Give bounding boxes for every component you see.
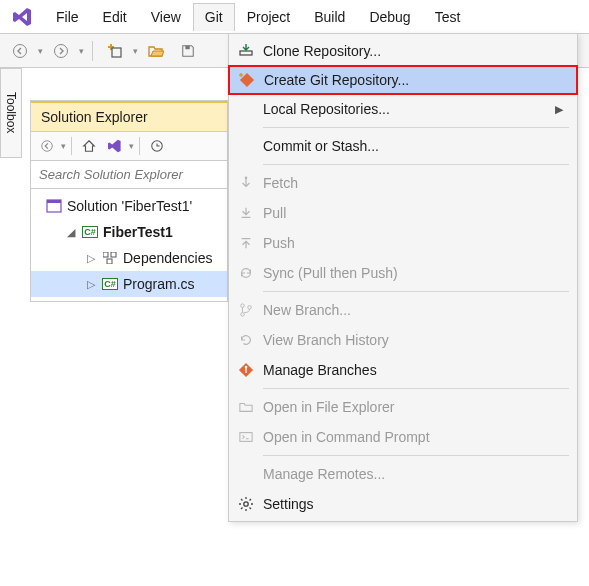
- svg-point-4: [42, 141, 53, 152]
- expander-icon[interactable]: ◢: [65, 226, 77, 239]
- home-icon[interactable]: [77, 135, 101, 157]
- nav-back-icon[interactable]: [35, 135, 59, 157]
- save-button[interactable]: [174, 39, 202, 63]
- svg-rect-2: [112, 48, 121, 57]
- menu-label: Push: [263, 235, 567, 251]
- menu-label: Manage Remotes...: [263, 466, 567, 482]
- menubar-item-git[interactable]: Git: [193, 3, 235, 31]
- solution-tree: Solution 'FiberTest1' ◢ C# FiberTest1 ▷ …: [31, 189, 227, 301]
- tree-dependencies-node[interactable]: ▷ Dependencies: [31, 245, 227, 271]
- panel-title: Solution Explorer: [31, 101, 227, 131]
- nav-back-button[interactable]: [6, 39, 34, 63]
- menu-commit-or-stash[interactable]: Commit or Stash...: [229, 131, 577, 161]
- menu-settings[interactable]: Settings: [229, 489, 577, 519]
- menu-sync: Sync (Pull then Push): [229, 258, 577, 288]
- tree-label: FiberTest1: [103, 224, 173, 240]
- menubar: File Edit View Git Project Build Debug T…: [0, 0, 589, 34]
- menu-separator: [263, 455, 569, 456]
- tree-label: Program.cs: [123, 276, 195, 292]
- solution-explorer-panel: Solution Explorer ▾ ▾ Solution 'FiberTes…: [30, 100, 228, 302]
- svg-rect-9: [111, 252, 116, 257]
- svg-point-20: [244, 502, 248, 506]
- tree-file-node[interactable]: ▷ C# Program.cs: [31, 271, 227, 297]
- menu-clone-repository[interactable]: Clone Repository...: [229, 36, 577, 66]
- create-repo-icon: [230, 72, 264, 88]
- gear-icon: [229, 496, 263, 512]
- menu-separator: [263, 388, 569, 389]
- expander-icon[interactable]: ▷: [85, 278, 97, 291]
- csharp-project-icon: C#: [81, 224, 99, 240]
- svg-point-16: [248, 306, 252, 310]
- menu-push: Push: [229, 228, 577, 258]
- svg-rect-7: [47, 200, 61, 203]
- menubar-item-edit[interactable]: Edit: [91, 3, 139, 31]
- tree-solution-node[interactable]: Solution 'FiberTest1': [31, 193, 227, 219]
- history-icon[interactable]: [145, 135, 169, 157]
- branch-icon: [229, 303, 263, 317]
- new-item-button[interactable]: [101, 39, 129, 63]
- manage-branches-icon: [229, 362, 263, 378]
- tree-label: Solution 'FiberTest1': [67, 198, 192, 214]
- svg-point-14: [241, 304, 245, 308]
- svg-point-18: [245, 366, 248, 369]
- menu-label: Sync (Pull then Push): [263, 265, 567, 281]
- expander-icon[interactable]: ▷: [85, 252, 97, 265]
- svg-point-1: [55, 44, 68, 57]
- menubar-item-test[interactable]: Test: [423, 3, 473, 31]
- git-menu-dropdown: Clone Repository... Create Git Repositor…: [228, 33, 578, 522]
- menu-open-command-prompt: Open in Command Prompt: [229, 422, 577, 452]
- menu-label: Manage Branches: [263, 362, 567, 378]
- menu-label: Create Git Repository...: [264, 72, 566, 88]
- menu-label: Pull: [263, 205, 567, 221]
- submenu-arrow-icon: ▶: [555, 103, 567, 116]
- menubar-item-build[interactable]: Build: [302, 3, 357, 31]
- menu-label: Local Repositories...: [263, 101, 555, 117]
- menu-create-git-repository[interactable]: Create Git Repository...: [229, 66, 577, 94]
- solution-icon: [45, 198, 63, 214]
- menu-separator: [263, 291, 569, 292]
- csharp-file-icon: C#: [101, 276, 119, 292]
- sync-icon: [229, 266, 263, 280]
- pull-icon: [229, 206, 263, 220]
- menu-label: View Branch History: [263, 332, 567, 348]
- menubar-item-view[interactable]: View: [139, 3, 193, 31]
- menu-label: Fetch: [263, 175, 567, 191]
- menu-label: Settings: [263, 496, 567, 512]
- menu-label: Commit or Stash...: [263, 138, 567, 154]
- svg-point-15: [241, 313, 245, 317]
- tree-label: Dependencies: [123, 250, 213, 266]
- menu-view-branch-history: View Branch History: [229, 325, 577, 355]
- menu-fetch: Fetch: [229, 168, 577, 198]
- panel-toolbar: ▾ ▾: [31, 131, 227, 161]
- solution-search-input[interactable]: [39, 167, 219, 182]
- tree-project-node[interactable]: ◢ C# FiberTest1: [31, 219, 227, 245]
- menu-label: New Branch...: [263, 302, 567, 318]
- open-button[interactable]: [142, 39, 170, 63]
- svg-rect-3: [185, 45, 189, 49]
- toolbox-tab[interactable]: Toolbox: [0, 68, 22, 158]
- svg-point-13: [245, 176, 248, 179]
- solution-search: [31, 161, 227, 189]
- vs-logo-icon: [12, 6, 34, 28]
- clone-icon: [229, 43, 263, 59]
- menu-new-branch: New Branch...: [229, 295, 577, 325]
- menu-label: Open in Command Prompt: [263, 429, 567, 445]
- dependencies-icon: [101, 250, 119, 266]
- menu-separator: [263, 164, 569, 165]
- menubar-item-project[interactable]: Project: [235, 3, 303, 31]
- push-icon: [229, 236, 263, 250]
- vs-icon[interactable]: [103, 135, 127, 157]
- menubar-item-file[interactable]: File: [44, 3, 91, 31]
- nav-forward-button[interactable]: [47, 39, 75, 63]
- menu-pull: Pull: [229, 198, 577, 228]
- svg-rect-10: [107, 259, 112, 264]
- menu-label: Clone Repository...: [263, 43, 567, 59]
- menu-manage-branches[interactable]: Manage Branches: [229, 355, 577, 385]
- menubar-item-debug[interactable]: Debug: [357, 3, 422, 31]
- history-icon: [229, 333, 263, 347]
- menu-local-repositories[interactable]: Local Repositories... ▶: [229, 94, 577, 124]
- menu-separator: [263, 127, 569, 128]
- fetch-icon: [229, 176, 263, 190]
- menu-open-file-explorer: Open in File Explorer: [229, 392, 577, 422]
- svg-rect-19: [240, 433, 252, 442]
